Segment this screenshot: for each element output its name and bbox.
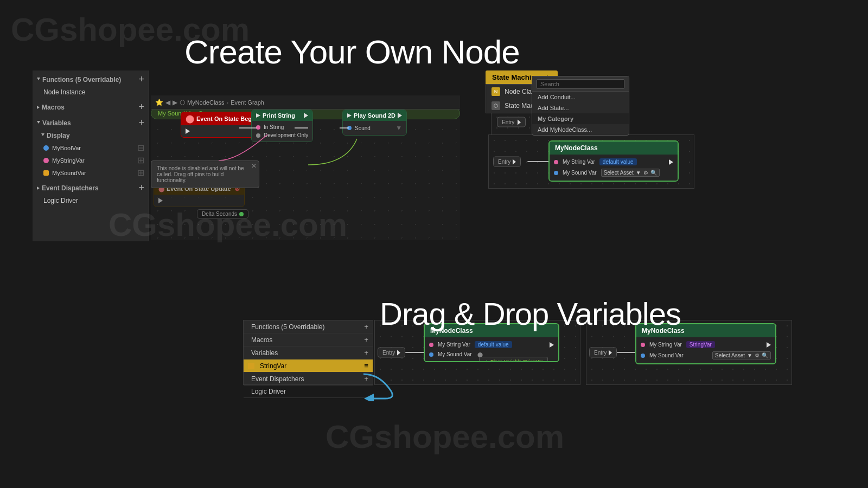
event-dispatchers-section[interactable]: Event Dispatchers + (33, 179, 149, 195)
select-asset-top[interactable]: Select Asset ▼ ⚙ 🔍 (601, 169, 660, 177)
bottom-stringvar-row[interactable]: StringVar ≡ (244, 359, 373, 373)
bottom-stringvar-btn[interactable]: ≡ (364, 362, 368, 370)
play-sound-node: Play Sound 2D Sound ▼ (342, 110, 407, 136)
breadcrumb-sep: › (226, 99, 228, 106)
bottom-entry-left-out (397, 350, 400, 355)
breadcrumb-classname: MyNodeClass (187, 99, 224, 106)
sound-var-row-top: My Sound Var Select Asset ▼ ⚙ 🔍 (550, 167, 678, 178)
mysoundvar-item[interactable]: MySoundVar ⊞ (33, 166, 149, 179)
bottom-right-string-value: StringVar (686, 341, 715, 348)
bottom-logic-driver-label: Logic Driver (251, 388, 286, 395)
breadcrumb-bar: ⭐ ◀ ▶ ⬡ MyNodeClass › Event Graph (151, 95, 460, 110)
state-machine-icon: ⬡ (492, 101, 500, 110)
watermark-bottom: CGshopee.com (326, 418, 564, 455)
sound-var-pin-top (554, 171, 558, 175)
bottom-event-dispatchers-label: Event Dispatchers (251, 375, 304, 383)
bottom-add-event[interactable]: + (364, 375, 368, 383)
context-search-input[interactable] (537, 79, 624, 89)
event-begin-icon: ⬤ (186, 114, 194, 123)
print-in-string-row: In String (252, 123, 312, 131)
select-asset-bottom-right[interactable]: Select Asset ▼ ⚙ 🔍 (712, 351, 771, 359)
print-string-header: Print String (252, 110, 312, 121)
functions-label: Functions (5 Overridable) (42, 76, 121, 84)
place-variable-label: Place Variable StringVar (490, 359, 543, 362)
select-asset-bottom-right-icon1: ⚙ (755, 352, 760, 358)
context-search (532, 76, 629, 92)
my-node-class-body-top: My String Var default value My Sound Var… (550, 155, 678, 181)
logic-driver-label: Logic Driver (43, 197, 78, 204)
bottom-right-string-pin (641, 343, 645, 347)
play-sound-pin (347, 126, 352, 130)
print-string-label: Print String (263, 112, 295, 119)
macros-section[interactable]: Macros + (33, 98, 149, 114)
sidebar: Functions (5 Overridable) + Node Instanc… (33, 70, 149, 241)
node-class-icon: N (492, 87, 500, 96)
myboolvar-item[interactable]: MyBoolVar ⊟ (33, 142, 149, 154)
add-variable-button[interactable]: + (138, 117, 144, 129)
add-conduit-item[interactable]: Add Conduit... (532, 92, 629, 102)
play-sound-header: Play Sound 2D (343, 110, 406, 121)
mysoundvar-dot (43, 170, 49, 176)
entry-node: Entry (497, 117, 526, 127)
add-function-button[interactable]: + (138, 74, 144, 85)
add-state-item[interactable]: Add State... (532, 102, 629, 113)
my-node-card-bottom-left-body: My String Var default value My Sound Var… (425, 337, 558, 361)
graph-area: ⭐ ◀ ▶ ⬡ MyNodeClass › Event Graph ⬤ Even… (151, 95, 460, 240)
my-node-card-area: Entry MyNodeClass My String Var default … (488, 134, 694, 189)
context-menu: Add Conduit... Add State... My Category … (532, 76, 629, 136)
myboolvar-dot (43, 145, 49, 151)
bottom-left-string-row: My String Var default value (425, 339, 558, 350)
bottom-event-dispatchers-row[interactable]: Event Dispatchers + (244, 373, 373, 386)
bottom-left-sound-label: My Sound Var (438, 351, 472, 357)
entry-label: Entry (502, 119, 514, 125)
select-asset-label-top: Select Asset (604, 170, 634, 176)
add-event-button[interactable]: + (138, 182, 144, 194)
select-asset-bottom-right-label: Select Asset (715, 352, 745, 358)
bottom-entry-left: Entry (378, 348, 405, 358)
bottom-functions-row[interactable]: Functions (5 Overridable) + (244, 320, 373, 333)
mystringvar-item[interactable]: MyStringVar ⊞ (33, 154, 149, 166)
select-asset-bottom-right-icon2: 🔍 (762, 352, 768, 358)
bottom-add-function[interactable]: + (364, 323, 368, 331)
bottom-macros-label: Macros (251, 336, 272, 344)
my-node-card-graph: Entry MyNodeClass My String Var default … (488, 134, 694, 189)
add-macro-button[interactable]: + (138, 101, 144, 113)
tooltip-close[interactable]: ✕ (251, 162, 257, 170)
bottom-left-sound-row: My Sound Var ⬤ ✓ Place Variable StringVa… (425, 350, 558, 359)
node-instance-item[interactable]: Node Instance (33, 86, 149, 98)
myboolvar-icon: ⊟ (137, 143, 144, 153)
logic-driver-item[interactable]: Logic Driver (33, 195, 149, 207)
bottom-macros-row[interactable]: Macros + (244, 333, 373, 346)
bottom-variables-row[interactable]: Variables + (244, 346, 373, 359)
sound-var-label-top: My Sound Var (563, 170, 597, 176)
bottom-title: Drag & Drop Variables (380, 296, 681, 332)
macros-triangle (37, 106, 40, 109)
functions-section[interactable]: Functions (5 Overridable) + (33, 70, 149, 86)
variables-section[interactable]: Variables + (33, 114, 149, 130)
add-my-node-class-item[interactable]: Add MyNodeClass... (532, 124, 629, 135)
my-node-class-card-top: MyNodeClass My String Var default value … (548, 140, 679, 182)
bottom-right-sound-row: My Sound Var Select Asset ▼ ⚙ 🔍 (636, 350, 775, 361)
bottom-add-macro[interactable]: + (364, 336, 368, 344)
bottom-logic-driver-row[interactable]: Logic Driver (244, 386, 373, 398)
mysoundvar-icon: ⊞ (137, 168, 144, 178)
mystringvar-icon: ⊞ (137, 155, 144, 165)
stringvar-icon (248, 363, 254, 369)
bottom-left-panel: Functions (5 Overridable) + Macros + Var… (243, 320, 373, 385)
bottom-add-var[interactable]: + (364, 349, 368, 357)
forward-icon: ▶ (173, 99, 177, 106)
entry-2-exec-out (513, 159, 516, 164)
grid-icon: ⬡ (180, 99, 185, 106)
place-variable-popup: ✓ Place Variable StringVar (479, 357, 548, 362)
string-out-pin (669, 159, 673, 165)
event-dispatchers-label: Event Dispatchers (42, 184, 99, 192)
print-dev-row: Development Only (252, 131, 312, 139)
play-sound-pin-label: Sound (355, 125, 371, 131)
select-asset-icon1: ⚙ (643, 170, 648, 176)
top-title: Create Your Own Node (184, 33, 520, 71)
variables-triangle (37, 121, 40, 125)
display-section[interactable]: Display (33, 130, 149, 142)
bottom-cursor-icon: ⬤ (477, 352, 483, 357)
bottom-left-sound-pin (429, 352, 433, 357)
print-in-string-pin (256, 125, 260, 130)
